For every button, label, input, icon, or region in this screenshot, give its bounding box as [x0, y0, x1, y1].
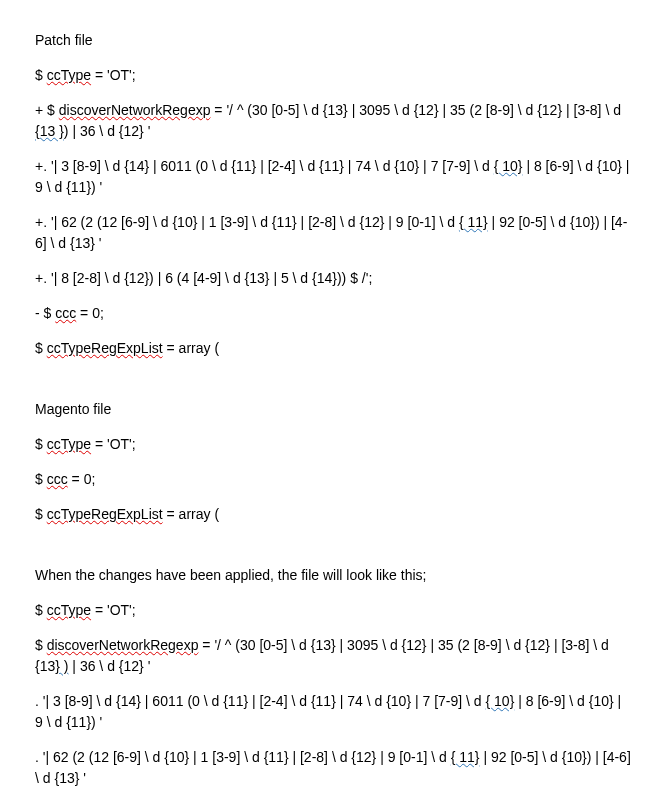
code-line: +. '| 8 [2-8] \ d {12}) | 6 (4 [4-9] \ d…	[35, 268, 632, 289]
code-line: $ ccType = 'OT';	[35, 65, 632, 86]
code-line: - $ ccc = 0;	[35, 303, 632, 324]
code-line: . '| 3 [8-9] \ d {14} | 6011 (0 \ d {11}…	[35, 691, 632, 733]
code-line: +. '| 3 [8-9] \ d {14} | 6011 (0 \ d {11…	[35, 156, 632, 198]
code-line: $ ccTypeRegExpList = array (	[35, 504, 632, 525]
code-line: +. '| 62 (2 (12 [6-9] \ d {10} | 1 [3-9]…	[35, 212, 632, 254]
code-line: $ ccTypeRegExpList = array (	[35, 338, 632, 359]
section3-title: When the changes have been applied, the …	[35, 565, 632, 586]
section2-title: Magento file	[35, 399, 632, 420]
code-line: . '| 62 (2 (12 [6-9] \ d {10} | 1 [3-9] …	[35, 747, 632, 789]
code-line: $ ccc = 0;	[35, 469, 632, 490]
code-line: + $ discoverNetworkRegexp = '/ ^ (30 [0-…	[35, 100, 632, 142]
section1-title: Patch file	[35, 30, 632, 51]
code-line: $ ccType = 'OT';	[35, 434, 632, 455]
code-line: $ ccType = 'OT';	[35, 600, 632, 621]
code-line: $ discoverNetworkRegexp = '/ ^ (30 [0-5]…	[35, 635, 632, 677]
